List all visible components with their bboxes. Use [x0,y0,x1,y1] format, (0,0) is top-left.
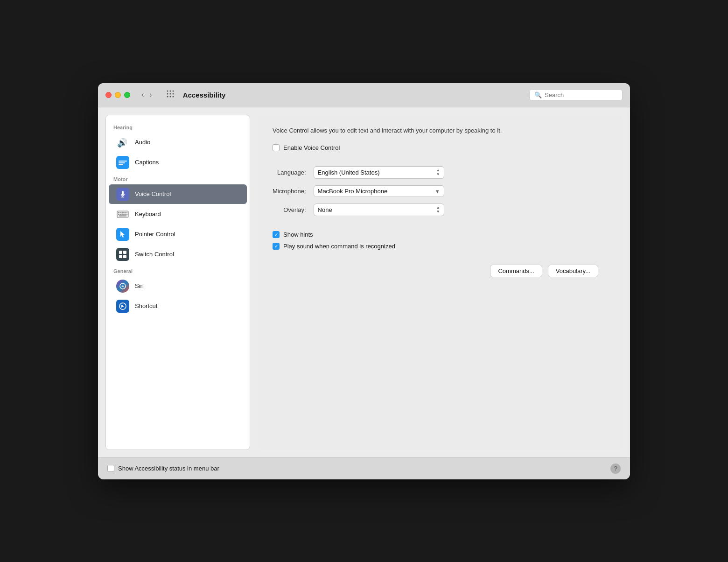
overlay-arrows: ▲ ▼ [436,206,440,214]
svg-rect-26 [126,214,127,215]
sidebar-item-captions[interactable]: Captions [109,153,247,172]
minimize-button[interactable] [115,92,121,98]
language-label: Language: [273,169,306,176]
main-window: ‹ › Accessibility 🔍 He [98,83,630,479]
maximize-button[interactable] [124,92,130,98]
sidebar-item-label-captions: Captions [135,159,159,166]
sidebar-section-hearing: Hearing [106,121,250,132]
sidebar-item-shortcut[interactable]: Shortcut [109,296,247,316]
sidebar-item-label-pointer-control: Pointer Control [135,231,175,238]
language-select[interactable]: English (United States) ▲ ▼ [314,166,444,179]
window-title: Accessibility [183,91,524,99]
siri-icon [116,280,129,293]
bottom-left: Show Accessibility status in menu bar [107,465,219,472]
svg-point-3 [167,93,168,94]
sidebar-section-general: General [106,265,250,276]
microphone-arrow: ▼ [435,189,440,194]
sidebar-item-siri[interactable]: Siri [109,276,247,296]
sidebar-item-label-switch-control: Switch Control [135,251,174,258]
language-arrows: ▲ ▼ [436,169,440,176]
enable-voice-control-checkbox[interactable] [273,144,280,151]
svg-rect-31 [123,255,126,258]
commands-button[interactable]: Commands... [490,265,542,277]
grid-view-button[interactable] [163,89,177,101]
svg-rect-29 [123,251,126,254]
settings-grid: Language: English (United States) ▲ ▼ Mi… [273,166,506,216]
audio-icon: 🔊 [116,136,129,149]
sidebar-item-switch-control[interactable]: Switch Control [109,245,247,264]
language-value: English (United States) [318,169,380,176]
sidebar-item-label-voice-control: Voice Control [135,190,171,197]
content-area: Hearing 🔊 Audio [98,107,630,457]
enable-voice-control-label: Enable Voice Control [283,144,340,151]
svg-rect-21 [126,212,127,213]
checkboxes-section: ✓ Show hints ✓ Play sound when command i… [273,231,608,250]
svg-point-1 [169,90,171,91]
svg-rect-22 [118,214,119,215]
svg-rect-23 [120,214,122,215]
sidebar-item-label-audio: Audio [135,139,150,146]
captions-icon [116,156,129,169]
nav-buttons: ‹ › [140,90,154,99]
show-hints-row: ✓ Show hints [273,231,608,238]
action-buttons: Commands... Vocabulary... [273,265,598,277]
enable-row: Enable Voice Control [273,144,608,151]
sidebar-item-label-shortcut: Shortcut [135,302,157,309]
svg-rect-18 [120,212,122,213]
microphone-value: MacBook Pro Microphone [318,188,388,195]
svg-text:🔊: 🔊 [117,138,128,148]
keyboard-icon [116,208,129,221]
svg-rect-27 [119,215,126,216]
show-hints-label: Show hints [283,231,313,238]
pointer-control-icon [116,228,129,241]
switch-control-icon [116,248,129,261]
forward-button[interactable]: › [147,90,154,99]
sidebar-item-pointer-control[interactable]: Pointer Control [109,225,247,244]
svg-rect-14 [122,196,123,197]
microphone-select[interactable]: MacBook Pro Microphone ▼ [314,185,444,197]
sidebar-item-audio[interactable]: 🔊 Audio [109,133,247,152]
search-bar[interactable]: 🔍 [529,89,623,101]
svg-rect-20 [125,212,126,213]
overlay-select[interactable]: None ▲ ▼ [314,204,444,216]
shortcut-icon [116,300,129,313]
menu-bar-checkbox[interactable] [107,465,114,472]
description-text: Voice Control allows you to edit text an… [273,126,534,135]
sidebar-item-keyboard[interactable]: Keyboard [109,204,247,224]
back-button[interactable]: ‹ [140,90,146,99]
microphone-label: Microphone: [273,188,306,195]
play-sound-label: Play sound when command is recognized [283,243,395,250]
search-input[interactable] [545,91,617,98]
overlay-value: None [318,206,332,213]
bottom-bar: Show Accessibility status in menu bar ? [98,457,630,479]
search-icon: 🔍 [534,91,542,98]
svg-rect-24 [122,214,124,215]
main-content: Voice Control allows you to edit text an… [258,115,623,450]
svg-point-7 [169,96,171,97]
voice-control-icon [116,188,129,201]
play-sound-row: ✓ Play sound when command is recognized [273,243,608,250]
svg-rect-25 [125,214,126,215]
sidebar-section-motor: Motor [106,173,250,184]
menu-bar-label: Show Accessibility status in menu bar [118,465,219,472]
traffic-lights [105,92,130,98]
titlebar: ‹ › Accessibility 🔍 [98,83,630,107]
svg-rect-13 [119,164,123,165]
show-hints-checkbox[interactable]: ✓ [273,231,280,238]
vocabulary-button[interactable]: Vocabulary... [548,265,598,277]
svg-rect-30 [119,255,122,258]
svg-rect-11 [119,161,127,162]
svg-rect-19 [122,212,124,213]
svg-rect-12 [119,162,125,163]
svg-rect-17 [118,212,119,213]
svg-point-6 [167,96,168,97]
sidebar-item-voice-control[interactable]: Voice Control [109,184,247,204]
svg-point-5 [172,93,174,94]
close-button[interactable] [105,92,112,98]
svg-point-8 [172,96,174,97]
svg-point-4 [169,93,171,94]
svg-point-0 [167,90,168,91]
sidebar-item-label-siri: Siri [135,282,144,289]
play-sound-checkbox[interactable]: ✓ [273,243,280,250]
help-button[interactable]: ? [610,464,621,474]
